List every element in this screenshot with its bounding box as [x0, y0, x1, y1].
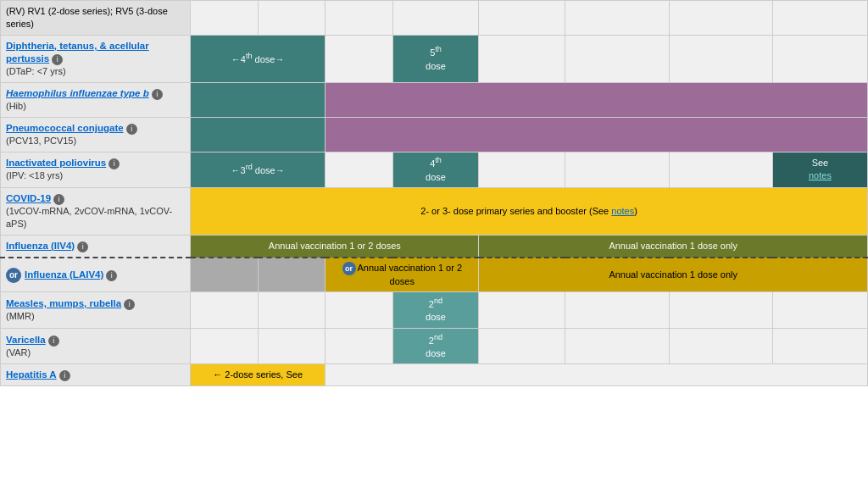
schedule-cell — [191, 328, 258, 363]
schedule-cell: Annual vaccination 1 dose only — [479, 258, 868, 292]
schedule-cell — [479, 1, 565, 36]
table-row: COVID-19i(1vCOV-mRNA, 2vCOV-mRNA, 1vCOV-… — [1, 188, 868, 236]
cell-text: ←4th dose→ — [231, 54, 285, 64]
cell-text: 2nddose — [426, 336, 446, 358]
vaccine-link[interactable]: Varicella — [6, 335, 46, 345]
schedule-cell — [326, 82, 868, 117]
schedule-cell — [669, 328, 772, 363]
cell-text: 5thdose — [426, 47, 446, 70]
schedule-cell — [669, 152, 772, 187]
vaccine-link[interactable]: Influenza (LAIV4) — [25, 269, 103, 280]
table-row: Diphtheria, tetanus, & acellular pertuss… — [1, 35, 868, 82]
vaccine-subtitle: (PCV13, PCV15) — [6, 136, 76, 146]
schedule-cell — [565, 35, 669, 82]
info-icon[interactable]: i — [152, 89, 163, 100]
or-badge-cell: or — [342, 262, 356, 275]
schedule-cell: 2nddose — [392, 292, 479, 328]
info-icon[interactable]: i — [126, 124, 137, 135]
vaccine-name-cell: Measles, mumps, rubellai(MMR) — [1, 292, 191, 328]
schedule-cell: 2- or 3- dose primary series and booster… — [191, 188, 868, 236]
vaccine-link[interactable]: Measles, mumps, rubella — [6, 298, 121, 308]
schedule-cell — [258, 292, 325, 328]
schedule-cell — [326, 292, 392, 328]
cell-text: ←3rd dose→ — [231, 165, 285, 175]
info-icon[interactable]: i — [124, 299, 135, 310]
schedule-cell — [772, 292, 867, 328]
table-row: Influenza (IIV4)iAnnual vaccination 1 or… — [1, 235, 868, 258]
schedule-cell — [258, 258, 325, 292]
schedule-cell: Annual vaccination 1 or 2 doses — [191, 235, 479, 258]
schedule-cell: orAnnual vaccination 1 or 2doses — [326, 258, 479, 292]
vaccine-link[interactable]: Diphtheria, tetanus, & acellular pertuss… — [6, 41, 149, 64]
vaccine-subtitle: (VAR) — [6, 347, 31, 358]
vaccine-link[interactable]: Pneumococcal conjugate — [6, 123, 124, 133]
info-icon[interactable]: i — [53, 194, 64, 205]
cell-text: Annual vaccination 1 or 2 doses — [269, 241, 401, 251]
info-icon[interactable]: i — [48, 336, 59, 347]
info-icon[interactable]: i — [77, 241, 88, 252]
schedule-cell — [326, 117, 868, 152]
table-row: orInfluenza (LAIV4)iorAnnual vaccination… — [1, 258, 868, 292]
schedule-cell — [772, 1, 867, 36]
vaccine-link[interactable]: Haemophilus influenzae type b — [6, 88, 149, 98]
schedule-cell — [191, 258, 258, 292]
schedule-cell — [669, 35, 772, 82]
covid-label: 2- or 3- dose primary series and booster… — [420, 206, 637, 216]
table-row: Measles, mumps, rubellai(MMR)2nddose — [1, 292, 868, 328]
table-row: Hepatitis Ai← 2-dose series, See — [1, 364, 868, 386]
schedule-cell — [565, 292, 669, 328]
vaccine-name-cell: COVID-19i(1vCOV-mRNA, 2vCOV-mRNA, 1vCOV-… — [1, 188, 191, 236]
schedule-cell — [191, 82, 326, 117]
info-icon[interactable]: i — [106, 270, 117, 281]
vaccine-link[interactable]: COVID-19 — [6, 193, 51, 203]
schedule-cell — [326, 152, 392, 187]
schedule-cell — [565, 1, 669, 36]
vaccine-name-cell: orInfluenza (LAIV4)i — [1, 258, 191, 292]
vaccine-label: (RV) RV1 (2-dose series); RV5 (3-dose se… — [6, 6, 168, 29]
table-row: Pneumococcal conjugatei(PCV13, PCV15) — [1, 117, 868, 152]
schedule-cell — [191, 117, 326, 152]
vaccine-name-cell: Diphtheria, tetanus, & acellular pertuss… — [1, 35, 191, 82]
schedule-cell — [669, 1, 772, 36]
vaccine-name-cell: Inactivated poliovirusi(IPV: <18 yrs) — [1, 152, 191, 187]
cell-text: 4thdose — [426, 158, 446, 181]
schedule-cell — [479, 328, 565, 363]
vaccine-link[interactable]: Inactivated poliovirus — [6, 158, 106, 168]
vaccine-link[interactable]: Hepatitis A — [6, 369, 57, 380]
vaccine-link[interactable]: Influenza (IIV4) — [6, 241, 75, 251]
schedule-cell: Seenotes — [772, 152, 867, 187]
schedule-cell — [565, 152, 669, 187]
schedule-cell — [772, 35, 867, 82]
vaccine-subtitle: (Hib) — [6, 101, 26, 111]
table-row: (RV) RV1 (2-dose series); RV5 (3-dose se… — [1, 1, 868, 36]
notes-link[interactable]: notes — [611, 206, 634, 216]
cell-text: ← 2-dose series, See — [213, 369, 303, 380]
cell-text: 2nddose — [426, 299, 446, 322]
schedule-cell — [326, 328, 392, 363]
or-badge: or — [6, 268, 21, 283]
vaccine-name-cell: Hepatitis Ai — [1, 364, 191, 386]
schedule-cell: ←3rd dose→ — [191, 152, 326, 187]
schedule-cell — [479, 35, 565, 82]
vaccine-name-cell: (RV) RV1 (2-dose series); RV5 (3-dose se… — [1, 1, 191, 36]
schedule-cell: Annual vaccination 1 dose only — [479, 235, 868, 258]
schedule-cell — [669, 292, 772, 328]
info-icon[interactable]: i — [52, 54, 63, 65]
see-notes: Seenotes — [809, 158, 832, 180]
schedule-cell — [479, 292, 565, 328]
cell-text: Annual vaccination 1 dose only — [609, 241, 737, 251]
schedule-cell: 4thdose — [392, 152, 479, 187]
info-icon[interactable]: i — [59, 370, 70, 381]
schedule-cell — [392, 1, 479, 36]
info-icon[interactable]: i — [108, 158, 120, 169]
schedule-cell: ←4th dose→ — [191, 35, 326, 82]
table-row: Varicellai(VAR)2nddose — [1, 328, 868, 363]
table-row: Inactivated poliovirusi(IPV: <18 yrs)←3r… — [1, 152, 868, 187]
notes-link[interactable]: notes — [809, 170, 832, 180]
vaccine-name-cell: Influenza (IIV4)i — [1, 235, 191, 258]
vaccine-subtitle: (MMR) — [6, 311, 35, 321]
schedule-cell — [191, 1, 258, 36]
schedule-cell — [258, 1, 325, 36]
schedule-cell — [191, 292, 258, 328]
schedule-cell — [326, 35, 392, 82]
